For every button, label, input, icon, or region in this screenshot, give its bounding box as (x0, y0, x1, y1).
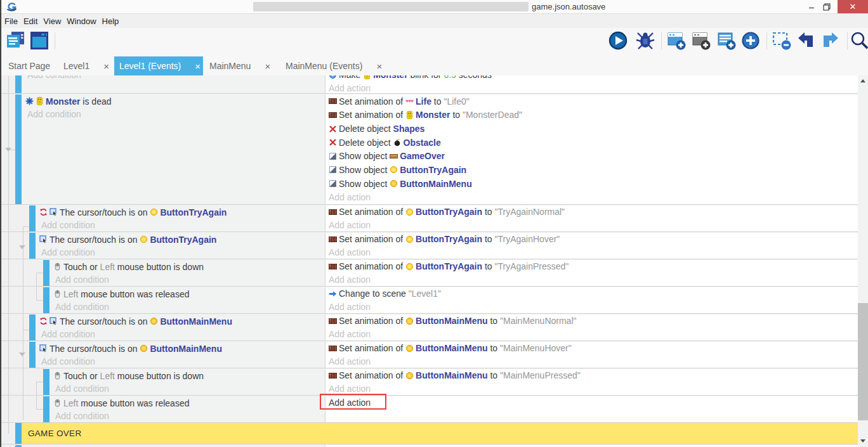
event-selection-bar[interactable] (15, 423, 22, 444)
action-cell[interactable]: Set animation of ButtonMainMenu to "Main… (325, 342, 858, 368)
condition-line[interactable]: Touch or Left mouse button is down (49, 369, 325, 383)
close-button[interactable]: ✕ (838, 0, 868, 13)
preview-window-icon[interactable] (29, 30, 49, 51)
condition-line[interactable]: Left mouse button was released (49, 287, 325, 301)
open-project-icon[interactable] (5, 30, 25, 51)
scrollbar-up-arrow[interactable] (860, 79, 865, 82)
condition-line[interactable]: The cursor/touch is on ButtonTryAgain (36, 233, 325, 247)
collapse-arrow-icon[interactable] (19, 353, 25, 356)
action-line[interactable]: Show object GameOver (326, 150, 858, 164)
collapse-arrow-icon[interactable] (5, 148, 11, 152)
tab-close-icon[interactable]: × (103, 61, 109, 72)
action-cell[interactable]: Make Monster blink for 0.5 secondsAdd ac… (325, 75, 858, 93)
tab-level1-events-[interactable]: Level1 (Events)× (114, 56, 203, 75)
action-line[interactable]: Set animation of ButtonTryAgain to "TryA… (326, 260, 858, 273)
event-selection-bar[interactable] (15, 75, 22, 93)
condition-cell[interactable]: Touch or Left mouse button is downAdd co… (49, 369, 325, 395)
event-selection-bar[interactable] (43, 260, 49, 286)
search-icon[interactable] (849, 30, 868, 51)
menu-file[interactable]: File (4, 16, 18, 26)
menu-window[interactable]: Window (67, 16, 96, 26)
event-selection-bar[interactable] (43, 287, 49, 313)
add-action-placeholder[interactable]: Add action (326, 246, 858, 259)
event-selection-bar[interactable] (29, 205, 36, 231)
event-selection-bar[interactable] (43, 396, 49, 422)
scrollbar-thumb[interactable] (858, 303, 868, 420)
menu-edit[interactable]: Edit (23, 16, 37, 26)
action-cell[interactable]: Set animation of ButtonMainMenu to "Main… (325, 314, 858, 340)
add-action-placeholder[interactable]: Add action (326, 396, 858, 410)
action-cell[interactable]: Set animation of ButtonMainMenu to "Main… (325, 369, 858, 395)
condition-cell[interactable]: Left mouse button was releasedAdd condit… (49, 396, 325, 422)
add-condition-placeholder[interactable]: Add condition (36, 356, 325, 368)
action-line[interactable]: Show object ButtonTryAgain (326, 163, 858, 177)
add-condition-placeholder[interactable]: Add condition (49, 301, 325, 314)
action-line[interactable]: Set animation of Life to "Life0" (326, 94, 858, 108)
add-action-placeholder[interactable]: Add action (326, 328, 858, 341)
action-cell[interactable]: Set animation of ButtonTryAgain to "TryA… (325, 260, 858, 286)
action-line[interactable]: Set animation of ButtonMainMenu to "Main… (326, 342, 858, 355)
add-condition-placeholder[interactable]: Add condition (22, 108, 325, 121)
action-line[interactable]: Show object ButtonMainMenu (326, 177, 858, 191)
condition-cell[interactable]: Left mouse button was releasedAdd condit… (49, 287, 325, 313)
menu-view[interactable]: View (43, 16, 61, 26)
action-cell[interactable]: Change to scene "Level1"Add action (325, 287, 858, 313)
add-event-icon[interactable] (666, 30, 687, 51)
add-action-placeholder[interactable]: Add action (326, 382, 858, 396)
condition-line[interactable]: The cursor/touch is on ButtonMainMenu (36, 342, 325, 356)
action-line[interactable]: Delete object Obstacle (326, 136, 858, 150)
event-selection-bar[interactable] (29, 342, 36, 368)
delete-event-icon[interactable] (772, 30, 792, 51)
tab-level1[interactable]: Level1× (56, 56, 114, 75)
condition-cell[interactable]: Add condition (22, 75, 325, 93)
tab-start-page[interactable]: Start Page (0, 56, 56, 75)
add-condition-placeholder[interactable]: Add condition (49, 383, 325, 396)
menu-help[interactable]: Help (102, 16, 119, 26)
event-selection-bar[interactable] (29, 314, 36, 340)
add-comment-icon[interactable] (716, 30, 737, 51)
scrollbar-down-arrow[interactable] (860, 439, 865, 443)
action-line[interactable]: Set animation of ButtonMainMenu to "Main… (326, 314, 858, 328)
condition-cell[interactable]: The cursor/touch is on ButtonMainMenuAdd… (36, 342, 325, 368)
collapse-arrow-icon[interactable] (19, 245, 25, 249)
condition-line[interactable]: Touch or Left mouse button is down (49, 260, 325, 274)
add-condition-placeholder[interactable]: Add condition (49, 410, 325, 423)
add-condition-placeholder[interactable]: Add condition (36, 219, 325, 232)
tab-close-icon[interactable]: × (376, 61, 382, 72)
action-line[interactable]: Set animation of ButtonMainMenu to "Main… (326, 369, 858, 382)
add-condition-placeholder[interactable]: Add condition (36, 247, 325, 259)
condition-cell[interactable]: The cursor/touch is on ButtonTryAgainAdd… (36, 233, 325, 259)
action-cell[interactable]: Set animation of ButtonTryAgain to "TryA… (325, 205, 858, 231)
add-action-placeholder[interactable]: Add action (326, 190, 858, 204)
add-condition-placeholder[interactable]: Add condition (49, 274, 325, 287)
condition-line[interactable]: The cursor/touch is on ButtonTryAgain (36, 205, 325, 219)
add-condition-placeholder[interactable]: Add condition (22, 75, 325, 82)
condition-cell[interactable]: Touch or Left mouse button is downAdd co… (49, 260, 325, 286)
add-action-placeholder[interactable]: Add action (326, 355, 858, 368)
vertical-scrollbar[interactable] (858, 75, 868, 447)
condition-line[interactable]: The cursor/touch is on ButtonMainMenu (36, 314, 325, 328)
action-cell[interactable]: Set animation of ButtonTryAgain to "TryA… (325, 233, 858, 259)
condition-line[interactable]: Monster is dead (22, 94, 325, 108)
condition-line[interactable]: Left mouse button was released (49, 396, 325, 410)
tab-close-icon[interactable]: × (265, 61, 270, 72)
tab-close-icon[interactable]: × (195, 61, 201, 72)
action-line[interactable]: Set animation of ButtonTryAgain to "TryA… (326, 233, 858, 246)
event-selection-bar[interactable] (43, 369, 49, 395)
add-plus-icon[interactable] (740, 30, 761, 51)
undo-icon[interactable] (796, 30, 816, 51)
event-selection-bar[interactable] (29, 233, 36, 259)
redo-icon[interactable] (820, 30, 841, 51)
event-selection-bar[interactable] (15, 94, 22, 204)
action-line[interactable]: Delete object Shapes (326, 122, 858, 136)
action-line[interactable]: Change to scene "Level1" (326, 287, 858, 301)
action-line[interactable]: Make Monster blink for 0.5 seconds (326, 75, 858, 82)
add-subevent-icon[interactable] (691, 30, 711, 51)
debug-icon[interactable] (635, 30, 655, 51)
tab-mainmenu[interactable]: MainMenu× (203, 56, 277, 75)
condition-cell[interactable]: The cursor/touch is on ButtonMainMenuAdd… (36, 314, 325, 340)
action-cell[interactable]: Set animation of Life to "Life0"Set anim… (325, 94, 858, 204)
action-cell[interactable]: Add action (325, 396, 858, 422)
action-line[interactable]: Set animation of ButtonTryAgain to "TryA… (326, 205, 858, 219)
add-action-placeholder[interactable]: Add action (326, 301, 858, 314)
